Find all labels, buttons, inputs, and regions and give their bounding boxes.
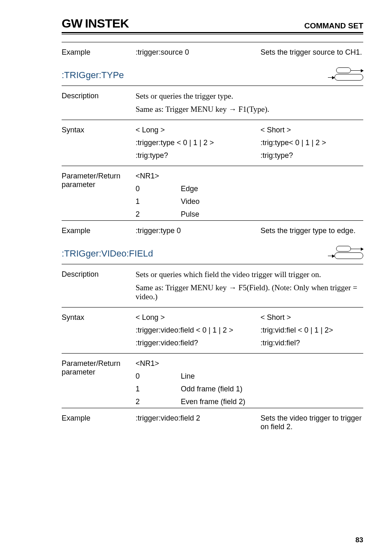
- param-value-2: 2: [136, 210, 181, 219]
- short-header: < Short >: [261, 126, 363, 134]
- syntax-label: Syntax: [62, 313, 136, 347]
- syntax-row: Syntax < Long > :trigger:video:field < 0…: [62, 308, 363, 353]
- param-value-1: 1: [136, 197, 181, 206]
- description-text-2: Same as: Trigger MENU key → F1(Type).: [136, 105, 363, 114]
- param-value-0: 0: [136, 372, 181, 381]
- section-title: :TRIGger:VIDeo:FIELd: [62, 248, 153, 259]
- short-form-1: :trig:vid:fiel < 0 | 1 | 2>: [261, 326, 363, 335]
- short-form-2: :trig:vid:fiel?: [261, 339, 363, 347]
- example-description: Sets the trigger source to CH1.: [261, 48, 363, 57]
- syntax-diagram-icon: [315, 246, 363, 261]
- brand-logo: GWINSTEK: [62, 16, 129, 30]
- syntax-diagram-icon: [315, 67, 363, 83]
- section-header: :TRIGger:VIDeo:FIELd: [62, 241, 363, 264]
- long-form-1: :trigger:video:field < 0 | 1 | 2 >: [136, 326, 256, 335]
- example-command: :trigger:video:field 2: [136, 414, 256, 431]
- page-header: GWINSTEK COMMAND SET: [62, 16, 363, 33]
- parameter-row: Parameter/Return parameter <NR1> 0Edge 1…: [62, 166, 363, 220]
- nr1-tag: <NR1>: [136, 359, 363, 368]
- example-label: Example: [62, 227, 136, 235]
- long-form-2: :trigger:video:field?: [136, 339, 256, 347]
- nr1-tag: <NR1>: [136, 172, 363, 180]
- parameter-label-2: parameter: [62, 180, 136, 189]
- description-text-1: Sets or queries which field the video tr…: [136, 270, 363, 279]
- header-rule: [62, 34, 363, 35]
- syntax-row: Syntax < Long > :trigger:type < 0 | 1 | …: [62, 120, 363, 166]
- parameter-row: Parameter/Return parameter <NR1> 0Line 1…: [62, 354, 363, 408]
- example-label: Example: [62, 414, 136, 431]
- long-header: < Long >: [136, 313, 256, 322]
- description-text-1: Sets or queries the trigger type.: [136, 92, 363, 101]
- param-value-2: 2: [136, 398, 181, 406]
- param-desc-1: Video: [181, 197, 200, 206]
- param-desc-0: Line: [181, 372, 195, 380]
- section-header: :TRIGger:TYPe: [62, 62, 363, 86]
- section-title: :TRIGger:TYPe: [62, 70, 124, 81]
- example-description: Sets the trigger type to edge.: [261, 227, 363, 235]
- example-row: Example :trigger:source 0 Sets the trigg…: [62, 42, 363, 62]
- param-desc-0: Edge: [181, 185, 198, 193]
- example-row: Example :trigger:video:field 2 Sets the …: [62, 408, 363, 437]
- example-row: Example :trigger:type 0 Sets the trigger…: [62, 221, 363, 241]
- example-command: :trigger:type 0: [136, 227, 256, 235]
- example-label: Example: [62, 48, 136, 57]
- description-row: Description Sets or queries the trigger …: [62, 86, 363, 120]
- param-desc-2: Pulse: [181, 210, 199, 218]
- example-description: Sets the video trigger to trigger on fie…: [261, 414, 363, 431]
- description-text-2: Same as: Trigger MENU key → F5(Field). (…: [136, 283, 363, 301]
- param-value-1: 1: [136, 385, 181, 393]
- short-form-1: :trig:type< 0 | 1 | 2 >: [261, 139, 363, 147]
- brand-part2: INSTEK: [85, 16, 129, 30]
- param-desc-1: Odd frame (field 1): [181, 385, 242, 393]
- long-form-2: :trig:type?: [136, 151, 256, 160]
- short-form-2: :trig:type?: [261, 151, 363, 160]
- description-row: Description Sets or queries which field …: [62, 264, 363, 307]
- long-form-1: :trigger:type < 0 | 1 | 2 >: [136, 139, 256, 147]
- short-header: < Short >: [261, 313, 363, 322]
- page-number: 83: [355, 536, 363, 544]
- brand-part1: GW: [62, 16, 83, 30]
- syntax-label: Syntax: [62, 126, 136, 160]
- example-command: :trigger:source 0: [136, 48, 256, 57]
- parameter-label-1: Parameter/Return: [62, 172, 136, 180]
- description-label: Description: [62, 270, 136, 301]
- parameter-label-2: parameter: [62, 368, 136, 377]
- description-label: Description: [62, 92, 136, 114]
- param-value-0: 0: [136, 185, 181, 193]
- long-header: < Long >: [136, 126, 256, 134]
- param-desc-2: Even frame (field 2): [181, 398, 245, 406]
- parameter-label-1: Parameter/Return: [62, 359, 136, 368]
- page-title: COMMAND SET: [304, 21, 363, 30]
